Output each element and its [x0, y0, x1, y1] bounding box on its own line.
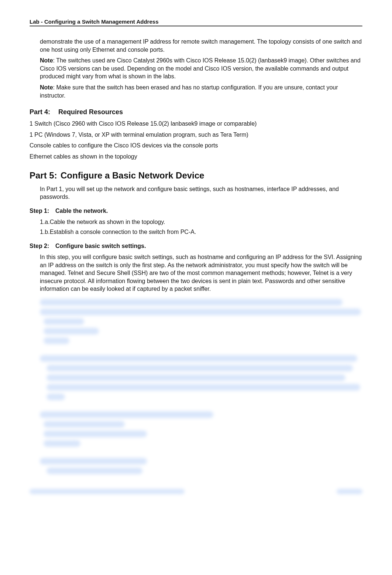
blur-line [47, 467, 142, 474]
part-4-number: Part 4: [30, 108, 58, 116]
page-header-title: Lab - Configuring a Switch Management Ad… [30, 18, 362, 25]
step-1b: 1.b.Establish a console connection to th… [40, 228, 362, 236]
part-4-item-2: 1 PC (Windows 7, Vista, or XP with termi… [30, 131, 362, 139]
header-rule [30, 25, 362, 27]
footer-right-blur [337, 489, 362, 494]
note-1: Note: The switches used are Cisco Cataly… [40, 57, 362, 81]
blur-line [47, 394, 65, 400]
step-2-title: Configure basic switch settings. [55, 243, 146, 249]
note-2: Note: Make sure that the switch has been… [40, 84, 362, 99]
part-4-item-1: 1 Switch (Cisco 2960 with Cisco IOS Rele… [30, 120, 362, 128]
footer-left-blur [30, 489, 185, 494]
intro-paragraph: demonstrate the use of a management IP a… [40, 38, 362, 54]
step-2-body: In this step, you will configure basic s… [40, 253, 362, 293]
blur-line [47, 374, 345, 381]
note-2-body: : Make sure that the switch has been era… [40, 84, 338, 99]
part-4-title: Required Resources [58, 108, 123, 116]
blur-line [44, 328, 99, 334]
blur-line [47, 384, 360, 391]
blur-line [40, 411, 213, 418]
part-4-item-4: Ethernet cables as shown in the topology [30, 153, 362, 161]
blur-line [40, 299, 343, 306]
step-2-number: Step 2: [30, 243, 55, 249]
step-2-heading: Step 2:Configure basic switch settings. [30, 243, 362, 249]
blur-line [47, 365, 353, 371]
note-1-body: : The switches used are Cisco Catalyst 2… [40, 57, 361, 79]
blur-line [44, 440, 80, 447]
blur-line [44, 431, 147, 437]
footer-blur [30, 489, 362, 494]
intro-block: demonstrate the use of a management IP a… [40, 38, 362, 99]
note-1-label: Note [40, 57, 53, 64]
blur-line [40, 309, 361, 315]
step-1a: 1.a.Cable the network as shown in the to… [40, 218, 362, 226]
part-5-intro: In Part 1, you will set up the network a… [40, 185, 362, 201]
blur-line [44, 337, 69, 344]
step-1-title: Cable the network. [55, 208, 108, 214]
blur-line [44, 421, 125, 428]
blur-line [40, 355, 357, 362]
blur-line [40, 458, 147, 465]
step-1-heading: Step 1:Cable the network. [30, 208, 362, 214]
part-4-heading: Part 4:Required Resources [30, 108, 362, 116]
part-5-heading: Part 5:Configure a Basic Network Device [30, 170, 362, 181]
blur-line [44, 318, 84, 325]
part-5-title: Configure a Basic Network Device [61, 170, 204, 180]
part-5-number: Part 5: [30, 170, 61, 181]
blurred-content [40, 299, 362, 474]
note-2-label: Note [40, 84, 53, 91]
step-1-number: Step 1: [30, 208, 55, 214]
part-4-item-3: Console cables to configure the Cisco IO… [30, 142, 362, 150]
